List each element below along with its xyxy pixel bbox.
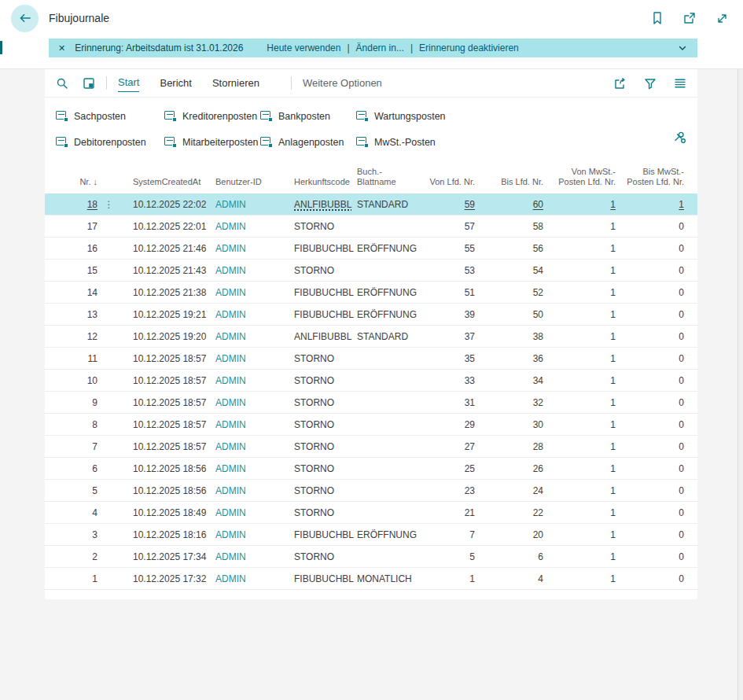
cell-row-number[interactable]: 15	[45, 265, 97, 276]
cell-from-vat-entry-no: 1	[543, 463, 616, 474]
cell-user-id[interactable]: ADMIN	[215, 243, 294, 254]
cell-row-number[interactable]: 5	[45, 485, 97, 496]
cell-user-id[interactable]: ADMIN	[215, 353, 294, 364]
close-icon[interactable]: ✕	[58, 43, 65, 53]
more-options-button[interactable]: Weitere Optionen	[303, 77, 382, 89]
action-mitarbeiterposten[interactable]: Mitarbeiterposten	[164, 131, 260, 153]
table-row[interactable]: 18⋮10.12.2025 22:02ADMINANLFIBUBBLSTANDA…	[45, 193, 697, 216]
table-row[interactable]: 910.12.2025 18:57ADMINSTORNO313210	[45, 392, 697, 414]
cell-row-number[interactable]: 3	[45, 529, 97, 540]
row-options-button[interactable]: ⋮	[97, 199, 121, 210]
cell-user-id[interactable]: ADMIN	[215, 485, 294, 496]
table-row[interactable]: 810.12.2025 18:57ADMINSTORNO293010	[45, 414, 697, 436]
table-row[interactable]: 1710.12.2025 22:01ADMINSTORNO575810	[45, 216, 697, 238]
cell-row-number[interactable]: 8	[45, 419, 97, 430]
cell-row-number[interactable]: 14	[45, 287, 97, 298]
cell-row-number[interactable]: 11	[45, 353, 97, 364]
column-to-entry-no[interactable]: Bis Lfd. Nr.	[475, 177, 543, 187]
table-row[interactable]: 510.12.2025 18:56ADMINSTORNO232410	[45, 480, 697, 502]
cell-user-id[interactable]: ADMIN	[215, 551, 294, 562]
search-icon[interactable]	[56, 77, 68, 90]
column-from-vat-entry-no[interactable]: Von MwSt.- Posten Lfd. Nr.	[543, 167, 616, 187]
cell-row-number[interactable]: 2	[45, 551, 97, 562]
cell-to-entry-no[interactable]: 60	[475, 199, 543, 210]
cell-user-id[interactable]: ADMIN	[215, 419, 294, 430]
back-button[interactable]	[11, 5, 39, 32]
bookmark-icon[interactable]	[651, 11, 664, 25]
cell-row-number[interactable]: 6	[45, 463, 97, 474]
expand-icon[interactable]	[715, 12, 729, 25]
banner-action-use-today[interactable]: Heute verwenden	[267, 42, 340, 53]
cell-row-number[interactable]: 9	[45, 397, 97, 408]
cell-user-id[interactable]: ADMIN	[215, 397, 294, 408]
chevron-down-icon[interactable]	[677, 42, 688, 53]
cell-user-id[interactable]: ADMIN	[215, 375, 294, 386]
column-user-id[interactable]: Benutzer-ID	[215, 177, 294, 187]
cell-row-number[interactable]: 12	[45, 331, 97, 342]
cell-user-id[interactable]: ADMIN	[215, 287, 294, 298]
cell-user-id[interactable]: ADMIN	[215, 529, 294, 540]
cell-from-entry-no[interactable]: 59	[428, 199, 475, 210]
action-label: Sachposten	[74, 111, 126, 122]
cell-row-number[interactable]: 10	[45, 375, 97, 386]
table-row[interactable]: 1510.12.2025 21:43ADMINSTORNO535410	[45, 260, 697, 282]
cell-user-id[interactable]: ADMIN	[215, 199, 294, 210]
action-bankposten[interactable]: Bankposten	[260, 105, 356, 127]
action-kreditorenposten[interactable]: Kreditorenposten	[164, 105, 260, 127]
tab-stornieren[interactable]: Stornieren	[212, 75, 259, 92]
table-row[interactable]: 110.12.2025 17:32ADMINFIBUBUCHBLMONATLIC…	[45, 568, 697, 590]
cell-user-id[interactable]: ADMIN	[215, 441, 294, 452]
list-view-icon[interactable]	[674, 78, 686, 89]
table-row[interactable]: 310.12.2025 18:16ADMINFIBUBUCHBLERÖFFNUN…	[45, 524, 697, 546]
share-icon[interactable]	[613, 77, 627, 90]
cell-user-id[interactable]: ADMIN	[215, 507, 294, 518]
action-anlagenposten[interactable]: Anlagenposten	[260, 131, 356, 153]
table-row[interactable]: 1210.12.2025 19:20ADMINANLFIBUBBLSTANDAR…	[45, 326, 697, 348]
cell-user-id[interactable]: ADMIN	[215, 331, 294, 342]
table-row[interactable]: 1610.12.2025 21:46ADMINFIBUBUCHBLERÖFFNU…	[45, 238, 697, 260]
cell-row-number[interactable]: 7	[45, 441, 97, 452]
cell-row-number[interactable]: 18	[45, 199, 97, 210]
table-row[interactable]: 210.12.2025 17:34ADMINSTORNO5610	[45, 546, 697, 568]
banner-action-change-to[interactable]: Ändern in...	[356, 42, 404, 53]
cell-user-id[interactable]: ADMIN	[215, 265, 294, 276]
table-row[interactable]: 610.12.2025 18:56ADMINSTORNO252610	[45, 458, 697, 480]
table-row[interactable]: 1310.12.2025 19:21ADMINFIBUBUCHBLERÖFFNU…	[45, 304, 697, 326]
table-row[interactable]: 1410.12.2025 21:38ADMINFIBUBUCHBLERÖFFNU…	[45, 282, 697, 304]
action-debitorenposten[interactable]: Debitorenposten	[56, 131, 164, 153]
tab-bericht[interactable]: Bericht	[160, 75, 191, 92]
action-wartungsposten[interactable]: Wartungsposten	[356, 105, 686, 127]
action-sachposten[interactable]: Sachposten	[56, 105, 164, 127]
cell-to-vat-entry-no[interactable]: 1	[616, 199, 684, 210]
cell-row-number[interactable]: 17	[45, 221, 97, 232]
cell-row-number[interactable]: 16	[45, 243, 97, 254]
column-journal-batch[interactable]: Buch.- Blattname	[357, 167, 428, 187]
vertical-scrollbar[interactable]	[737, 69, 743, 700]
cell-user-id[interactable]: ADMIN	[215, 573, 294, 584]
column-from-entry-no[interactable]: Von Lfd. Nr.	[428, 177, 475, 187]
tab-start[interactable]: Start	[118, 74, 139, 92]
column-to-vat-entry-no[interactable]: Bis MwSt.- Posten Lfd. Nr.	[616, 167, 684, 187]
pin-icon[interactable]	[673, 131, 686, 144]
column-source-code[interactable]: Herkunftscode	[294, 177, 357, 187]
analyze-icon[interactable]	[83, 77, 95, 90]
table-row[interactable]: 1110.12.2025 18:57ADMINSTORNO353610	[45, 348, 697, 370]
cell-to-vat-entry-no: 0	[616, 529, 684, 540]
banner-action-disable-reminder[interactable]: Erinnerung deaktivieren	[419, 42, 519, 53]
cell-user-id[interactable]: ADMIN	[215, 463, 294, 474]
column-nr[interactable]: Nr. ↓	[45, 177, 97, 187]
cell-from-vat-entry-no[interactable]: 1	[543, 199, 616, 210]
cell-row-number[interactable]: 13	[45, 309, 97, 320]
cell-user-id[interactable]: ADMIN	[215, 221, 294, 232]
table-row[interactable]: 710.12.2025 18:57ADMINSTORNO272810	[45, 436, 697, 458]
cell-user-id[interactable]: ADMIN	[215, 309, 294, 320]
filter-icon[interactable]	[644, 77, 657, 90]
open-in-window-icon[interactable]	[682, 12, 697, 24]
cell-row-number[interactable]: 1	[45, 573, 97, 584]
table-row[interactable]: 410.12.2025 18:49ADMINSTORNO212210	[45, 502, 697, 524]
table-row[interactable]: 1010.12.2025 18:57ADMINSTORNO333410	[45, 370, 697, 392]
action-mwst-posten[interactable]: MwSt.-Posten	[356, 131, 686, 153]
cell-row-number[interactable]: 4	[45, 507, 97, 518]
column-system-created-at[interactable]: SystemCreatedAt	[121, 177, 215, 187]
cell-system-created-at: 10.12.2025 18:56	[121, 485, 215, 496]
